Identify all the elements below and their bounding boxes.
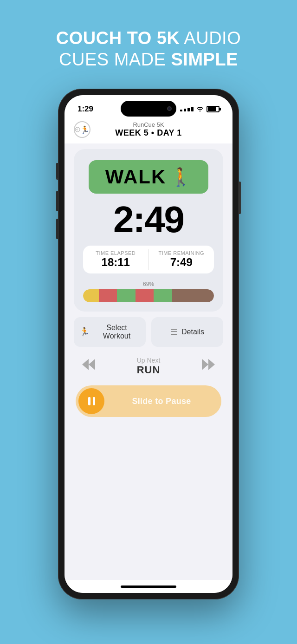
time-remaining-stat: TIME REMAINING 7:49 xyxy=(149,246,214,273)
nav-header: 🏃 RunCue 5K WEEK 5 • DAY 1 xyxy=(65,119,232,143)
svg-point-1 xyxy=(77,129,77,130)
signal-dot-2 xyxy=(184,109,186,111)
pause-icon xyxy=(88,397,95,405)
progress-bar xyxy=(83,289,214,302)
battery-fill xyxy=(208,107,216,111)
svg-marker-2 xyxy=(82,359,89,370)
dynamic-island xyxy=(121,101,176,117)
promo-line2: CUES MADE SIMPLE xyxy=(56,49,241,71)
signal-icon xyxy=(180,107,194,111)
time-remaining-label: TIME REMAINING xyxy=(156,250,207,256)
time-remaining-value: 7:49 xyxy=(156,256,207,269)
slide-to-pause[interactable]: Slide to Pause xyxy=(76,385,221,417)
camera-dot xyxy=(167,106,172,111)
seg-2 xyxy=(99,289,117,302)
activity-badge: WALK 🚶 xyxy=(89,160,209,194)
progress-section: 69% xyxy=(83,281,214,302)
progress-percent: 69% xyxy=(143,281,154,287)
nav-title-group: RunCue 5K WEEK 5 • DAY 1 xyxy=(115,121,181,138)
main-content: WALK 🚶 2:49 TIME ELAPSED 18:11 TIME REMA… xyxy=(65,143,232,580)
svg-marker-4 xyxy=(202,359,208,370)
promo-text: COUCH TO 5K AUDIO CUES MADE SIMPLE xyxy=(56,28,241,70)
phone-frame: 1:29 xyxy=(58,89,239,599)
back-button[interactable]: 🏃 xyxy=(74,121,90,138)
nav-subtitle: WEEK 5 • DAY 1 xyxy=(115,128,181,138)
time-stats: TIME ELAPSED 18:11 TIME REMAINING 7:49 xyxy=(83,246,214,273)
svg-marker-5 xyxy=(208,359,215,370)
details-label: Details xyxy=(181,328,204,336)
details-button[interactable]: ☰ Details xyxy=(151,317,223,347)
signal-dot-3 xyxy=(187,108,190,111)
up-next-group: Up Next RUN xyxy=(137,357,161,376)
status-icons xyxy=(180,105,220,113)
select-workout-icon: 🏃 xyxy=(79,327,90,337)
home-indicator xyxy=(65,580,232,593)
time-elapsed-label: TIME ELAPSED xyxy=(90,250,141,256)
timer-display: 2:49 xyxy=(113,201,184,238)
select-workout-button[interactable]: 🏃 Select Workout xyxy=(74,317,146,347)
signal-dot-1 xyxy=(180,110,182,111)
silent-switch xyxy=(56,163,58,178)
status-time: 1:29 xyxy=(77,104,93,114)
select-workout-label: Select Workout xyxy=(93,324,140,340)
pause-button[interactable] xyxy=(78,388,104,414)
status-bar: 1:29 xyxy=(65,95,232,119)
up-next-label: Up Next xyxy=(137,357,161,364)
signal-dot-4 xyxy=(191,107,194,111)
time-elapsed-stat: TIME ELAPSED 18:11 xyxy=(83,246,148,273)
promo-line1: COUCH TO 5K AUDIO xyxy=(56,28,241,49)
seg-3 xyxy=(117,289,135,302)
battery-icon xyxy=(207,106,220,112)
workout-card: WALK 🚶 2:49 TIME ELAPSED 18:11 TIME REMA… xyxy=(74,149,223,312)
app-name: RunCue 5K xyxy=(115,121,181,128)
slide-text: Slide to Pause xyxy=(104,397,219,406)
phone-screen: 1:29 xyxy=(65,95,232,593)
fast-forward-button[interactable] xyxy=(197,354,220,378)
seg-4 xyxy=(136,289,154,302)
activity-label: WALK xyxy=(105,166,167,188)
pause-bar-left xyxy=(88,397,90,405)
controls-section: Up Next RUN xyxy=(74,352,223,380)
rewind-button[interactable] xyxy=(77,354,100,378)
activity-emoji: 🚶 xyxy=(170,167,192,187)
seg-6 xyxy=(172,289,214,302)
seg-1 xyxy=(83,289,99,302)
svg-marker-3 xyxy=(89,359,95,370)
pause-bar-right xyxy=(93,397,95,405)
volume-down-button xyxy=(56,219,58,239)
time-elapsed-value: 18:11 xyxy=(90,256,141,269)
home-bar xyxy=(121,585,176,588)
wifi-icon xyxy=(196,105,204,113)
details-icon: ☰ xyxy=(170,327,178,337)
volume-up-button xyxy=(56,191,58,211)
up-next-value: RUN xyxy=(137,364,161,376)
seg-5 xyxy=(154,289,172,302)
action-row: 🏃 Select Workout ☰ Details xyxy=(74,317,223,347)
